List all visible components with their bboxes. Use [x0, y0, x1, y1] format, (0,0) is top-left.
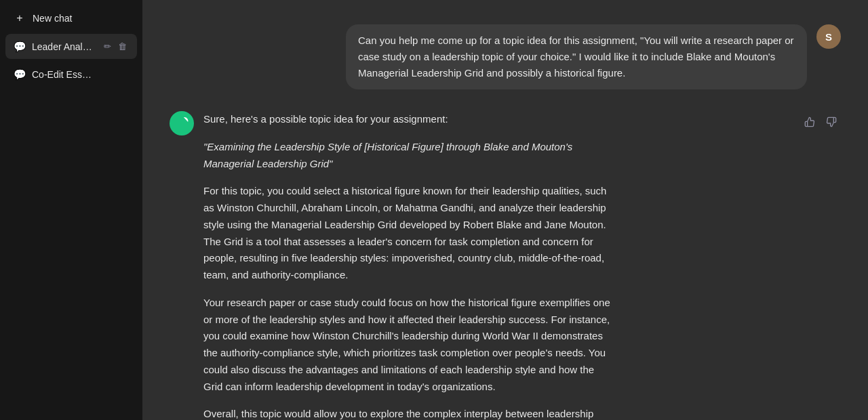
delete-chat-button-2[interactable]: 🗑	[116, 68, 129, 81]
user-message-text: Can you help me come up for a topic idea…	[358, 35, 794, 79]
user-message: Can you help me come up for a topic idea…	[142, 14, 868, 100]
assistant-message: Sure, here's a possible topic idea for y…	[142, 100, 868, 420]
thumbs-down-button[interactable]	[822, 114, 841, 130]
sidebar-item-chat-2[interactable]: 💬 Co-Edit Essay Together. ✏ 🗑	[5, 62, 137, 87]
assistant-paragraph-1: For this topic, you could select a histo…	[203, 183, 610, 284]
edit-icon: ✏	[104, 41, 111, 51]
sidebar: + New chat 💬 Leader Analysis w/ Bla ✏ 🗑 …	[0, 0, 142, 420]
assistant-content: Sure, here's a possible topic idea for y…	[203, 111, 610, 420]
chat-main: Can you help me come up for a topic idea…	[142, 0, 868, 420]
chat-icon-1: 💬	[14, 41, 26, 53]
thumbs-up-button[interactable]	[800, 114, 819, 130]
assistant-paragraph-3: Overall, this topic would allow you to e…	[203, 406, 610, 420]
plus-icon: +	[14, 12, 26, 24]
assistant-text: Sure, here's a possible topic idea for y…	[203, 111, 610, 420]
openai-logo-icon	[174, 116, 189, 131]
assistant-intro: Sure, here's a possible topic idea for y…	[203, 111, 610, 128]
messages-container: Can you help me come up for a topic idea…	[142, 14, 868, 420]
chat-icon-2: 💬	[14, 68, 26, 81]
edit-chat-button-2[interactable]: ✏	[102, 68, 113, 81]
delete-chat-button-1[interactable]: 🗑	[116, 40, 129, 53]
assistant-title: "Examining the Leadership Style of [Hist…	[203, 139, 610, 173]
trash-icon: 🗑	[118, 41, 127, 51]
chat-label-2: Co-Edit Essay Together.	[32, 69, 96, 80]
new-chat-label: New chat	[33, 13, 72, 24]
user-avatar-letter: S	[825, 31, 832, 43]
thumbs-down-icon	[826, 117, 837, 127]
edit-chat-button-1[interactable]: ✏	[102, 40, 113, 53]
assistant-avatar	[170, 111, 194, 135]
trash-icon-2: 🗑	[118, 69, 127, 79]
sidebar-item-chat-1[interactable]: 💬 Leader Analysis w/ Bla ✏ 🗑	[5, 34, 137, 59]
user-avatar: S	[816, 24, 841, 49]
edit-icon-2: ✏	[104, 69, 111, 79]
user-bubble: Can you help me come up for a topic idea…	[346, 24, 807, 89]
new-chat-button[interactable]: + New chat	[5, 5, 137, 31]
chat-label-1: Leader Analysis w/ Bla	[32, 41, 96, 52]
assistant-paragraph-2: Your research paper or case study could …	[203, 295, 610, 396]
chat-actions-1: ✏ 🗑	[102, 40, 129, 53]
feedback-buttons	[800, 114, 841, 130]
thumbs-up-icon	[804, 117, 815, 127]
